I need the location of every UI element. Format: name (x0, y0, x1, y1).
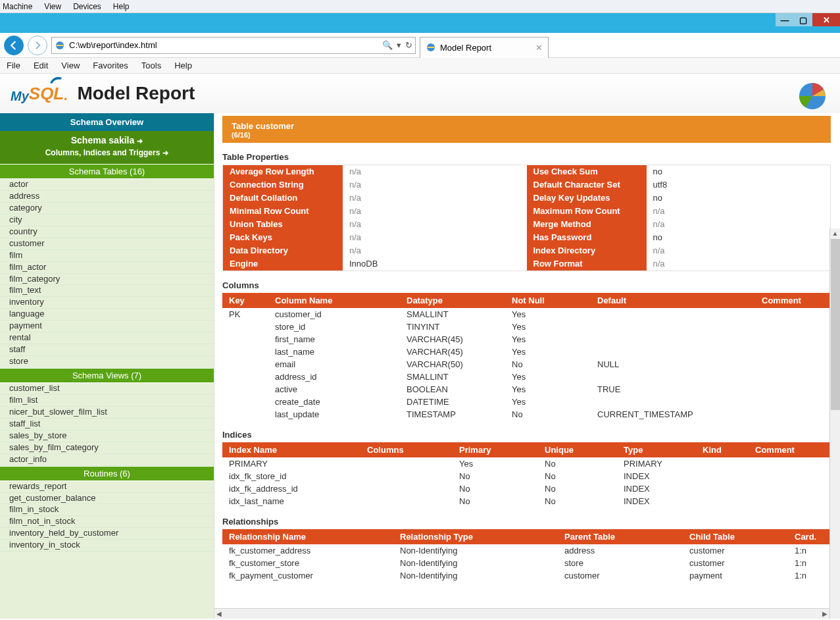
table-cell: idx_fk_address_id (222, 482, 360, 495)
arrow-right-icon: ➜ (137, 137, 143, 145)
table-cell: customer (558, 569, 683, 582)
vm-menu-machine[interactable]: Machine (3, 2, 32, 11)
sidebar-item-staff_list[interactable]: staff_list (0, 419, 214, 430)
sidebar-item-film_category[interactable]: film_category (0, 274, 214, 286)
favorites-icon[interactable]: ★ (815, 41, 822, 50)
settings-icon[interactable]: ⚙ (829, 41, 836, 50)
sidebar-item-actor[interactable]: actor (0, 179, 214, 191)
sidebar-item-category[interactable]: category (0, 203, 214, 215)
scroll-thumb[interactable] (831, 239, 840, 410)
property-label: Has Password (527, 231, 647, 244)
property-value: n/a (343, 218, 527, 231)
sidebar-routines-header: Routines (6) (0, 466, 214, 481)
vm-menu-devices[interactable]: Devices (73, 2, 101, 11)
sidebar-item-film[interactable]: film (0, 250, 214, 262)
table-cell (755, 408, 831, 421)
tab-close-icon[interactable]: ✕ (535, 43, 543, 53)
forward-button[interactable] (28, 36, 47, 55)
sidebar-item-rewards_report[interactable]: rewards_report (0, 481, 214, 493)
table-row: address_idSMALLINTYes (222, 371, 831, 383)
sidebar-item-rental[interactable]: rental (0, 332, 214, 344)
back-button[interactable] (4, 36, 24, 55)
props-label: Table Properties (222, 152, 831, 162)
sidebar-item-country[interactable]: country (0, 226, 214, 238)
scroll-up-icon[interactable]: ▲ (830, 228, 840, 239)
column-header: Column Name (268, 293, 400, 308)
menu-file[interactable]: File (7, 61, 20, 70)
table-cell (222, 346, 268, 358)
sidebar-item-film_list[interactable]: film_list (0, 395, 214, 407)
address-bar[interactable]: 🔍 ▾ ↻ (51, 37, 416, 54)
arrow-right-icon: ➜ (162, 149, 168, 157)
property-value: n/a (343, 178, 527, 192)
ie-icon (426, 42, 436, 53)
table-cell: idx_last_name (222, 495, 360, 507)
sidebar-item-staff[interactable]: staff (0, 344, 214, 356)
dropdown-icon[interactable]: ▾ (397, 40, 401, 50)
table-row: fk_payment_customerNon-Identifyingcustom… (222, 569, 831, 582)
address-input[interactable] (69, 40, 378, 50)
table-cell: Yes (505, 346, 591, 358)
sidebar-item-sales_by_film_category[interactable]: sales_by_film_category (0, 442, 214, 454)
maximize-button[interactable]: ▢ (794, 13, 812, 26)
table-cell (696, 457, 749, 470)
table-cell (591, 308, 755, 321)
sidebar-item-customer_list[interactable]: customer_list (0, 383, 214, 395)
scroll-left-icon[interactable]: ◀ (214, 609, 222, 619)
ie-nav-row: 🔍 ▾ ↻ Model Report ✕ ⌂ ★ ⚙ (0, 33, 840, 58)
menu-tools[interactable]: Tools (141, 61, 161, 70)
logo-dot: . (64, 87, 68, 104)
vertical-scrollbar[interactable]: ▲ ▼ (829, 228, 840, 619)
browser-tab[interactable]: Model Report ✕ (420, 37, 549, 58)
search-icon[interactable]: 🔍 (382, 40, 393, 50)
home-icon[interactable]: ⌂ (804, 41, 808, 50)
menu-edit[interactable]: Edit (34, 61, 48, 70)
scroll-right-icon[interactable]: ▶ (822, 609, 829, 619)
property-label: Minimal Row Count (223, 205, 343, 218)
column-header: Not Null (505, 293, 591, 308)
sidebar-item-store[interactable]: store (0, 356, 214, 368)
property-value: n/a (647, 257, 831, 271)
sidebar-item-inventory_in_stock[interactable]: inventory_in_stock (0, 540, 214, 552)
sidebar-item-city[interactable]: city (0, 215, 214, 226)
sidebar-item-actor_info[interactable]: actor_info (0, 454, 214, 466)
table-row: store_idTINYINTYes (222, 321, 831, 333)
horizontal-scrollbar[interactable]: ◀ ▶ (214, 608, 829, 619)
sidebar-overview-title: Schema Overview (0, 113, 214, 131)
sidebar-item-get_customer_balance[interactable]: get_customer_balance (0, 493, 214, 505)
minimize-button[interactable]: — (776, 13, 794, 26)
sidebar-item-address[interactable]: address (0, 191, 214, 203)
menu-view[interactable]: View (61, 61, 80, 70)
table-cell (749, 457, 831, 470)
table-cell (222, 321, 268, 333)
indices-label: Indices (222, 430, 831, 440)
column-header: Key (222, 293, 268, 308)
sidebar-item-film_in_stock[interactable]: film_in_stock (0, 504, 214, 516)
vm-menu-view[interactable]: View (44, 2, 61, 11)
sidebar-item-film_actor[interactable]: film_actor (0, 262, 214, 274)
sidebar-item-language[interactable]: language (0, 309, 214, 321)
refresh-icon[interactable]: ↻ (405, 40, 412, 50)
menu-help[interactable]: Help (174, 61, 192, 70)
sidebar-item-sales_by_store[interactable]: sales_by_store (0, 430, 214, 442)
table-cell (360, 495, 453, 507)
close-button[interactable]: ✕ (812, 13, 840, 26)
table-cell: SMALLINT (400, 308, 505, 321)
property-label: Delay Key Updates (527, 192, 647, 205)
schema-subtitle: Columns, Indices and Triggers (45, 148, 161, 157)
menu-favorites[interactable]: Favorites (93, 61, 128, 70)
sidebar-item-film_text[interactable]: film_text (0, 285, 214, 297)
vm-menu-help[interactable]: Help (113, 2, 130, 11)
property-label: Default Character Set (527, 178, 647, 192)
table-cell: Non-Identifying (393, 557, 558, 569)
property-value: no (647, 165, 831, 178)
sidebar-item-payment[interactable]: payment (0, 321, 214, 332)
sidebar-schema-header[interactable]: Schema sakila➜ Columns, Indices and Trig… (0, 131, 214, 164)
sidebar-item-film_not_in_stock[interactable]: film_not_in_stock (0, 516, 214, 528)
sidebar-item-inventory_held_by_customer[interactable]: inventory_held_by_customer (0, 528, 214, 540)
sidebar-item-customer[interactable]: customer (0, 238, 214, 250)
sidebar-item-inventory[interactable]: inventory (0, 297, 214, 309)
table-cell: Yes (505, 308, 591, 321)
property-row: Use Check Sumno (527, 165, 831, 178)
sidebar-item-nicer_but_slower_film_list[interactable]: nicer_but_slower_film_list (0, 407, 214, 419)
